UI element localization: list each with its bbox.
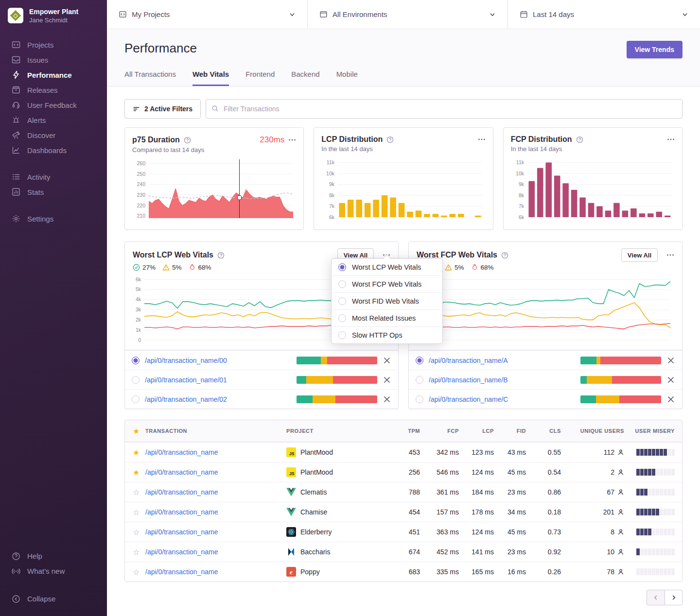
- sidebar-item-whats-new[interactable]: What’s new: [0, 564, 107, 579]
- menu-radio[interactable]: [338, 280, 346, 288]
- warning: [162, 264, 170, 271]
- menu-radio[interactable]: [338, 263, 346, 271]
- transaction-link[interactable]: /api/0/transaction_name/00: [145, 357, 227, 364]
- sidebar-item-alerts[interactable]: Alerts: [0, 113, 107, 128]
- help-icon[interactable]: [386, 136, 394, 143]
- sidebar-item-label: User Feedback: [27, 101, 77, 109]
- svg-text:2k: 2k: [136, 317, 141, 323]
- tab[interactable]: Backend: [291, 70, 319, 86]
- view-all-button[interactable]: View All: [621, 248, 658, 262]
- transaction-link[interactable]: /api/0/transaction_name/02: [145, 395, 227, 403]
- favorite-star-button[interactable]: [125, 448, 145, 457]
- transaction-link[interactable]: /api/0/transaction_name: [145, 568, 286, 576]
- transaction-link[interactable]: /api/0/transaction_name: [145, 508, 286, 516]
- transaction-link[interactable]: /api/0/transaction_name: [145, 448, 286, 456]
- transaction-radio[interactable]: [416, 357, 423, 364]
- tab[interactable]: Frontend: [245, 70, 275, 86]
- favorite-star-button[interactable]: [125, 468, 145, 477]
- transaction-radio[interactable]: [416, 395, 423, 403]
- favorite-star-button[interactable]: [125, 488, 145, 497]
- worst-fcp-chart[interactable]: 6k5k4k3k2k1k0: [414, 274, 673, 347]
- remove-transaction-button[interactable]: [383, 376, 391, 384]
- card-menu-button[interactable]: [288, 136, 296, 144]
- transaction-radio[interactable]: [132, 395, 140, 403]
- transaction-link[interactable]: /api/0/transaction_name: [145, 548, 286, 556]
- view-trends-button[interactable]: View Trends: [627, 41, 682, 58]
- previous-page-button[interactable]: [647, 590, 665, 605]
- project-picker[interactable]: My Projects: [107, 0, 307, 29]
- help-icon[interactable]: [217, 252, 225, 259]
- transaction-radio[interactable]: [132, 376, 140, 384]
- menu-radio[interactable]: [338, 314, 346, 322]
- next-page-button[interactable]: [665, 590, 682, 605]
- transaction-link[interactable]: /api/0/transaction_name/B: [429, 376, 508, 384]
- tab[interactable]: Mobile: [336, 70, 358, 86]
- p75-duration-chart[interactable]: 260250240230220210: [132, 158, 296, 225]
- help-icon[interactable]: [184, 137, 191, 144]
- unique-users-count: 201: [603, 508, 614, 516]
- help-icon[interactable]: [576, 136, 583, 143]
- vitals-menu-item[interactable]: Worst FCP Web Vitals: [332, 275, 442, 292]
- fcp-distribution-chart[interactable]: 11k10k9k8k7k6k: [511, 157, 675, 224]
- sidebar-item-discover[interactable]: Discover: [0, 128, 107, 143]
- card-menu-button[interactable]: [667, 136, 675, 143]
- star-column-header[interactable]: [125, 427, 145, 436]
- cls-cell: 0.26: [526, 568, 561, 576]
- vitals-menu-item[interactable]: Worst FID Web Vitals: [332, 292, 442, 309]
- transaction-link[interactable]: /api/0/transaction_name: [145, 468, 286, 476]
- vitals-menu-item[interactable]: Worst LCP Web Vitals: [332, 258, 442, 275]
- transaction-link[interactable]: /api/0/transaction_name/01: [145, 376, 227, 384]
- sidebar-item-releases[interactable]: Releases: [0, 83, 107, 98]
- platform-icon: [286, 487, 296, 497]
- lcp-distribution-chart[interactable]: 11k10k9k8k7k6k: [321, 157, 485, 224]
- menu-radio[interactable]: [338, 297, 346, 305]
- date-range-picker[interactable]: Last 14 days: [508, 0, 700, 29]
- tab-label: Mobile: [336, 70, 358, 78]
- remove-transaction-button[interactable]: [666, 376, 675, 384]
- sidebar-item-user-feedback[interactable]: User Feedback: [0, 98, 107, 113]
- environment-picker-label: All Environments: [332, 10, 387, 18]
- org-switcher[interactable]: Empower Plant Jane Schmidt: [0, 8, 107, 24]
- remove-transaction-button[interactable]: [666, 356, 675, 365]
- sidebar-item-help[interactable]: Help: [0, 548, 107, 564]
- favorite-star-button[interactable]: [125, 567, 145, 577]
- sidebar-item-label: Projects: [27, 41, 53, 49]
- remove-transaction-button[interactable]: [383, 356, 391, 365]
- megaphone: [12, 567, 20, 576]
- help-icon[interactable]: [501, 252, 508, 259]
- user-icon: [617, 449, 624, 456]
- remove-transaction-button[interactable]: [666, 395, 675, 404]
- favorite-star-button[interactable]: [125, 548, 145, 557]
- card-menu-button[interactable]: [666, 251, 674, 259]
- sidebar-item-projects[interactable]: Projects: [0, 37, 107, 52]
- sidebar-item-dashboards[interactable]: Dashboards: [0, 143, 107, 158]
- favorite-star-button[interactable]: [125, 508, 145, 517]
- transaction-link[interactable]: /api/0/transaction_name/C: [429, 395, 508, 403]
- vitals-menu-item[interactable]: Most Related Issues: [332, 309, 442, 326]
- transaction-link[interactable]: /api/0/transaction_name: [145, 528, 286, 536]
- dashboards: [12, 146, 20, 154]
- transaction-radio[interactable]: [132, 357, 140, 364]
- card-menu-button[interactable]: [478, 136, 486, 143]
- sidebar-item-issues[interactable]: Issues: [0, 52, 107, 68]
- vitals-menu-item[interactable]: Slow HTTP Ops: [332, 326, 442, 343]
- sidebar-item-performance[interactable]: Performance: [0, 68, 107, 83]
- favorite-star-button[interactable]: [125, 528, 145, 537]
- sidebar-collapse-button[interactable]: Collapse: [0, 591, 107, 606]
- remove-transaction-button[interactable]: [383, 395, 391, 404]
- search-input[interactable]: [206, 99, 682, 119]
- transaction-link[interactable]: /api/0/transaction_name/A: [429, 357, 508, 364]
- fcp-cell: 361 ms: [420, 488, 459, 496]
- menu-radio[interactable]: [338, 331, 346, 339]
- transaction-link[interactable]: /api/0/transaction_name: [145, 488, 286, 496]
- tab[interactable]: Web Vitals: [192, 70, 229, 86]
- svg-text:JS: JS: [289, 451, 295, 456]
- active-filters-button[interactable]: 2 Active Filters: [124, 99, 201, 119]
- vitals-transaction-list: /api/0/transaction_name/00 /api/0/transa…: [125, 350, 398, 409]
- transaction-radio[interactable]: [416, 376, 423, 384]
- sidebar-item-settings[interactable]: Settings: [0, 211, 107, 226]
- sidebar-item-stats[interactable]: Stats: [0, 185, 107, 200]
- sidebar-item-activity[interactable]: Activity: [0, 170, 107, 185]
- tab[interactable]: All Transactions: [124, 70, 176, 86]
- environment-picker[interactable]: All Environments: [307, 0, 508, 29]
